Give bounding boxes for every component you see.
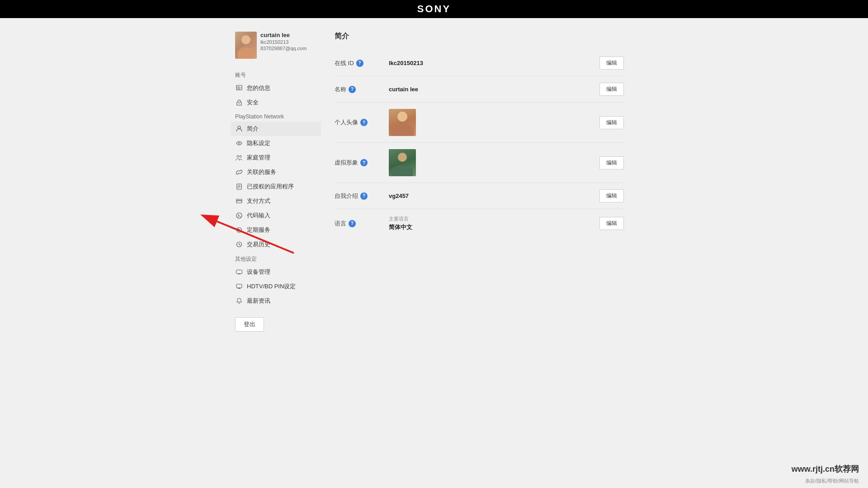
sidebar-label-transaction: 交易历史 [247,240,270,249]
sidebar-label-linked-services: 关联的服务 [247,168,276,176]
svg-point-8 [237,155,239,157]
sidebar-item-payment[interactable]: 支付方式 [231,194,321,208]
sidebar: curtain lee lkc20150213 837029887@qq.com… [231,32,321,332]
top-navbar: SONY [0,0,868,18]
sidebar-item-transaction[interactable]: 交易历史 [231,237,321,252]
section-label-other: 其他设定 [231,252,321,265]
sidebar-label-device: 设备管理 [247,268,270,276]
app-icon [235,183,243,191]
profile-row-self-intro: 自我介绍 ? vg2457 编辑 [335,183,624,209]
help-icon-language[interactable]: ? [349,220,356,227]
edit-btn-self-intro[interactable]: 编辑 [599,189,624,202]
sidebar-item-news[interactable]: 最新资讯 [231,294,321,308]
sidebar-label-your-info: 您的信息 [247,84,270,92]
svg-rect-14 [236,199,242,203]
label-name: 名称 ? [335,85,389,94]
label-avatar: 个人头像 ? [335,118,389,127]
help-icon-online-id[interactable]: ? [356,60,363,67]
sidebar-label-payment: 支付方式 [247,197,270,205]
family-icon [235,154,243,162]
label-virtual: 虚拟形象 ? [335,159,389,167]
help-icon-self-intro[interactable]: ? [360,192,368,200]
sidebar-item-code[interactable]: 代码输入 [231,208,321,223]
link-icon [235,168,243,176]
sidebar-username: curtain lee [260,32,307,38]
sidebar-label-family: 家庭管理 [247,154,270,162]
edit-btn-language[interactable]: 编辑 [599,217,624,230]
profile-row-name: 名称 ? curtain lee 编辑 [335,76,624,103]
section-label-psn: PlayStation Network [231,110,321,122]
bell-icon [235,297,243,305]
sidebar-label-privacy: 隐私设定 [247,139,270,147]
footer-links: 条款/隐私/帮助/网站导航 [805,478,859,483]
help-icon-virtual[interactable]: ? [360,159,368,166]
device-icon [235,268,243,276]
svg-point-7 [238,142,240,144]
sidebar-item-device[interactable]: 设备管理 [231,265,321,279]
sidebar-item-privacy[interactable]: 隐私设定 [231,136,321,150]
sony-logo: SONY [417,3,451,15]
sidebar-item-hdtv[interactable]: HDTV/BD PIN设定 [231,279,321,294]
profile-row-avatar: 个人头像 ? 编辑 [335,103,624,143]
value-language: 主要语言 简体中文 [389,216,599,231]
monitor-icon [235,282,243,291]
language-value: 简体中文 [389,224,412,230]
sidebar-item-subscription[interactable]: 定期服务 [231,223,321,237]
virtual-avatar-image [389,149,416,176]
sidebar-user-info: curtain lee lkc20150213 837029887@qq.com [260,32,307,51]
sidebar-label-hdtv: HDTV/BD PIN设定 [247,282,296,291]
profile-icon [235,125,243,133]
value-avatar [389,109,599,136]
help-icon-avatar[interactable]: ? [360,119,368,126]
edit-btn-virtual[interactable]: 编辑 [599,156,624,169]
label-self-intro: 自我介绍 ? [335,192,389,200]
svg-point-9 [240,155,241,157]
svg-point-5 [239,103,240,104]
edit-btn-name[interactable]: 编辑 [599,83,624,96]
svg-rect-20 [236,270,242,274]
lock-icon [235,99,243,107]
payment-icon [235,197,243,205]
sidebar-label-code: 代码输入 [247,211,270,220]
help-icon-name[interactable]: ? [349,86,356,93]
sidebar-item-apps[interactable]: 已授权的应用程序 [231,179,321,194]
sidebar-item-profile[interactable]: 简介 [231,122,321,136]
content-area: 简介 在线 ID ? lkc20150213 编辑 名称 ? curtain l… [321,32,637,332]
label-online-id: 在线 ID ? [335,59,389,67]
value-self-intro: vg2457 [389,192,599,199]
page-title: 简介 [335,32,624,41]
sidebar-user-email: 837029887@qq.com [260,46,307,51]
personal-avatar-image [389,109,416,136]
history-icon [235,240,243,249]
person-icon [235,84,243,92]
svg-point-6 [238,126,241,129]
sidebar-item-your-info[interactable]: 您的信息 [231,81,321,95]
sidebar-item-family[interactable]: 家庭管理 [231,150,321,165]
sidebar-item-security[interactable]: 安全 [231,95,321,110]
watermark: www.rjtj.cn软荐网 [792,464,859,474]
edit-btn-online-id[interactable]: 编辑 [599,56,624,70]
footer: 条款/隐私/帮助/网站导航 [0,474,868,488]
value-online-id: lkc20150213 [389,60,599,66]
value-virtual [389,149,599,176]
sidebar-item-linked-services[interactable]: 关联的服务 [231,165,321,179]
svg-point-18 [237,228,242,233]
sidebar-label-news: 最新资讯 [247,297,270,305]
sidebar-label-subscription: 定期服务 [247,226,270,234]
user-profile-header: curtain lee lkc20150213 837029887@qq.com [231,32,321,59]
subscription-icon [235,226,243,234]
sidebar-label-profile: 简介 [247,125,259,133]
section-label-account: 账号 [231,68,321,81]
profile-row-language: 语言 ? 主要语言 简体中文 编辑 [335,209,624,238]
sidebar-user-id: lkc20150213 [260,39,307,45]
eye-icon [235,139,243,147]
profile-row-online-id: 在线 ID ? lkc20150213 编辑 [335,50,624,76]
profile-row-virtual: 虚拟形象 ? 编辑 [335,143,624,183]
code-icon [235,211,243,220]
sidebar-avatar [235,32,257,59]
label-language: 语言 ? [335,220,389,228]
logout-button[interactable]: 登出 [235,317,264,332]
edit-btn-avatar[interactable]: 编辑 [599,116,624,129]
value-name: curtain lee [389,86,599,93]
sidebar-label-security: 安全 [247,99,259,107]
